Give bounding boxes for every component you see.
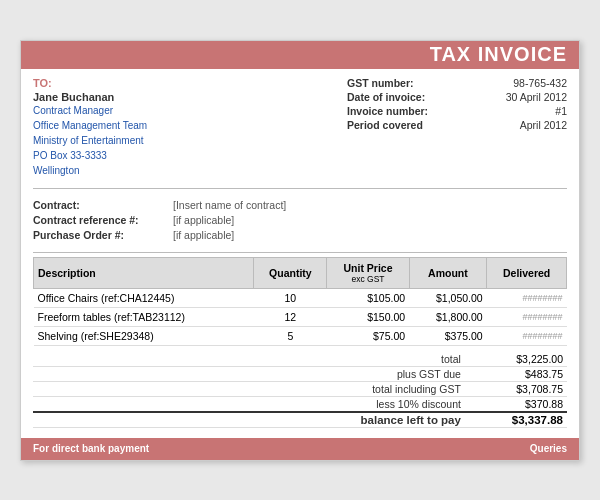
invoice-container: TAX INVOICE TO: Jane Buchanan Contract M… <box>20 40 580 461</box>
to-label: TO: <box>33 77 147 89</box>
gst-row: GST number:98-765-432 <box>347 77 567 89</box>
total-label: total <box>327 352 465 367</box>
to-line: Office Management Team <box>33 118 147 133</box>
cell-quantity: 10 <box>254 288 327 307</box>
gst-value: 30 April 2012 <box>506 91 567 103</box>
contract-rows: Contract:[Insert name of contract]Contra… <box>33 199 567 241</box>
gst-row: Period coveredApril 2012 <box>347 119 567 131</box>
invoice-title: TAX INVOICE <box>430 43 567 66</box>
footer-right: Queries <box>530 443 567 454</box>
to-line: PO Box 33-3333 <box>33 148 147 163</box>
to-line: Contract Manager <box>33 103 147 118</box>
totals-row: balance left to pay $3,337.88 <box>33 412 567 428</box>
total-amount: $370.88 <box>465 396 567 412</box>
totals-row: plus GST due $483.75 <box>33 366 567 381</box>
to-lines: Contract ManagerOffice Management TeamMi… <box>33 103 147 178</box>
total-amount: $3,708.75 <box>465 381 567 396</box>
divider-2 <box>33 252 567 253</box>
total-label: balance left to pay <box>327 412 465 428</box>
cell-amount: $375.00 <box>409 326 487 345</box>
gst-block: GST number:98-765-432Date of invoice:30 … <box>347 77 567 178</box>
total-amount: $3,337.88 <box>465 412 567 428</box>
totals-body: total $3,225.00 plus GST due $483.75 tot… <box>33 352 567 428</box>
gst-value: #1 <box>555 105 567 117</box>
cell-description: Office Chairs (ref:CHA12445) <box>34 288 254 307</box>
recipient-name: Jane Buchanan <box>33 91 147 103</box>
contract-section: Contract:[Insert name of contract]Contra… <box>21 193 579 248</box>
contract-row: Purchase Order #:[if applicable] <box>33 229 567 241</box>
contract-label: Purchase Order #: <box>33 229 173 241</box>
gst-value: April 2012 <box>520 119 567 131</box>
gst-value: 98-765-432 <box>513 77 567 89</box>
contract-value: [Insert name of contract] <box>173 199 286 211</box>
cell-delivered: ######## <box>487 307 567 326</box>
col-unit-price: Unit Price exc GST <box>327 257 409 288</box>
table-row: Office Chairs (ref:CHA12445) 10 $105.00 … <box>34 288 567 307</box>
to-line: Wellington <box>33 163 147 178</box>
divider-1 <box>33 188 567 189</box>
gst-rows: GST number:98-765-432Date of invoice:30 … <box>347 77 567 131</box>
header-bar: TAX INVOICE <box>21 41 579 69</box>
col-amount: Amount <box>409 257 487 288</box>
contract-label: Contract: <box>33 199 173 211</box>
table-body: Office Chairs (ref:CHA12445) 10 $105.00 … <box>34 288 567 345</box>
cell-description: Shelving (ref:SHE29348) <box>34 326 254 345</box>
gst-label: GST number: <box>347 77 414 89</box>
total-amount: $483.75 <box>465 366 567 381</box>
cell-amount: $1,800.00 <box>409 307 487 326</box>
table-row: Freeform tables (ref:TAB23112) 12 $150.0… <box>34 307 567 326</box>
contract-label: Contract reference #: <box>33 214 173 226</box>
gst-row: Date of invoice:30 April 2012 <box>347 91 567 103</box>
totals-row: total including GST $3,708.75 <box>33 381 567 396</box>
contract-row: Contract:[Insert name of contract] <box>33 199 567 211</box>
contract-value: [if applicable] <box>173 214 234 226</box>
cell-quantity: 12 <box>254 307 327 326</box>
cell-amount: $1,050.00 <box>409 288 487 307</box>
contract-row: Contract reference #:[if applicable] <box>33 214 567 226</box>
cell-unit-price: $105.00 <box>327 288 409 307</box>
table-row: Shelving (ref:SHE29348) 5 $75.00 $375.00… <box>34 326 567 345</box>
table-section: Description Quantity Unit Price exc GST … <box>21 257 579 350</box>
footer-left: For direct bank payment <box>33 443 149 454</box>
gst-row: Invoice number:#1 <box>347 105 567 117</box>
gst-label: Invoice number: <box>347 105 428 117</box>
col-quantity: Quantity <box>254 257 327 288</box>
total-amount: $3,225.00 <box>465 352 567 367</box>
total-label: plus GST due <box>327 366 465 381</box>
totals-row: less 10% discount $370.88 <box>33 396 567 412</box>
total-label: less 10% discount <box>327 396 465 412</box>
cell-description: Freeform tables (ref:TAB23112) <box>34 307 254 326</box>
totals-table: total $3,225.00 plus GST due $483.75 tot… <box>33 352 567 428</box>
top-section: TO: Jane Buchanan Contract ManagerOffice… <box>21 69 579 184</box>
total-label: total including GST <box>327 381 465 396</box>
invoice-table: Description Quantity Unit Price exc GST … <box>33 257 567 346</box>
col-delivered: Delivered <box>487 257 567 288</box>
cell-unit-price: $75.00 <box>327 326 409 345</box>
footer-bar: For direct bank payment Queries <box>21 438 579 460</box>
totals-section: total $3,225.00 plus GST due $483.75 tot… <box>21 350 579 432</box>
contract-value: [if applicable] <box>173 229 234 241</box>
col-description: Description <box>34 257 254 288</box>
totals-row: total $3,225.00 <box>33 352 567 367</box>
cell-delivered: ######## <box>487 288 567 307</box>
to-block: TO: Jane Buchanan Contract ManagerOffice… <box>33 77 147 178</box>
cell-quantity: 5 <box>254 326 327 345</box>
gst-label: Period covered <box>347 119 423 131</box>
cell-unit-price: $150.00 <box>327 307 409 326</box>
table-header-row: Description Quantity Unit Price exc GST … <box>34 257 567 288</box>
cell-delivered: ######## <box>487 326 567 345</box>
gst-label: Date of invoice: <box>347 91 425 103</box>
to-line: Ministry of Entertainment <box>33 133 147 148</box>
